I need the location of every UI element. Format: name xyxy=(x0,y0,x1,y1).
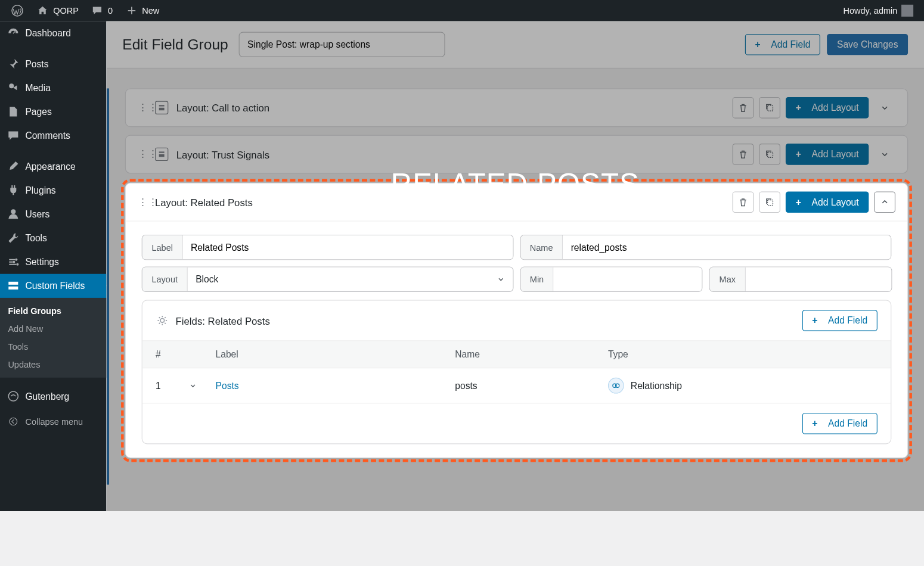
add-field-button[interactable]: + Add Field xyxy=(802,310,878,331)
dashboard-icon xyxy=(7,27,20,40)
menu-comments[interactable]: Comments xyxy=(0,124,107,148)
svg-rect-6 xyxy=(8,282,18,285)
row-expand-icon[interactable] xyxy=(189,382,216,390)
add-field-button-bottom[interactable]: + Add Field xyxy=(802,413,878,434)
min-input[interactable] xyxy=(554,268,702,291)
fields-icon xyxy=(7,279,20,293)
collapse-menu[interactable]: Collapse menu xyxy=(0,408,107,435)
svg-point-5 xyxy=(16,263,18,266)
layout-select[interactable]: Block xyxy=(188,268,513,291)
add-layout-button[interactable]: + Add Layout xyxy=(786,144,869,165)
drag-handle-icon[interactable]: ⋮⋮ xyxy=(138,148,147,160)
col-type: Type xyxy=(608,349,878,360)
expand-toggle[interactable] xyxy=(874,97,895,119)
svg-point-3 xyxy=(15,259,17,261)
layout-card-cta: ⋮⋮ Layout: Call to action + Add Layout xyxy=(125,88,908,127)
add-field-button[interactable]: + Add Field xyxy=(745,34,820,55)
delete-button[interactable] xyxy=(733,191,754,213)
collapse-icon xyxy=(7,415,20,428)
label-label: Label xyxy=(142,235,183,259)
expand-toggle[interactable] xyxy=(874,144,895,165)
menu-dashboard[interactable]: Dashboard xyxy=(0,21,107,45)
layout-card-related: ⋮⋮ Layout: Related Posts + Add Layout xyxy=(125,183,908,458)
fields-table-head: # Label Name Type xyxy=(142,340,891,368)
add-layout-button[interactable]: + Add Layout xyxy=(786,191,869,213)
svg-rect-7 xyxy=(8,287,18,290)
comment-icon xyxy=(91,4,104,17)
row-label-link[interactable]: Posts xyxy=(216,380,239,391)
menu-media[interactable]: Media xyxy=(0,76,107,99)
menu-appearance[interactable]: Appearance xyxy=(0,154,107,178)
layout-field: Layout Block xyxy=(142,266,513,291)
delete-button[interactable] xyxy=(733,97,754,119)
menu-posts[interactable]: Posts xyxy=(0,52,107,76)
comment-count: 0 xyxy=(108,5,113,15)
save-changes-button[interactable]: Save Changes xyxy=(827,34,908,55)
duplicate-button[interactable] xyxy=(759,191,780,213)
page-header: Edit Field Group + Add Field Save Change… xyxy=(107,21,924,69)
svg-point-1 xyxy=(9,83,14,88)
row-name: posts xyxy=(455,380,608,391)
layout-card-trust: ⋮⋮ Layout: Trust Signals + Add Layout xyxy=(125,135,908,174)
collapse-toggle[interactable] xyxy=(874,191,895,213)
content-area: Edit Field Group + Add Field Save Change… xyxy=(107,21,924,511)
svg-point-4 xyxy=(13,261,15,263)
media-icon xyxy=(7,81,20,94)
duplicate-button[interactable] xyxy=(759,144,780,165)
howdy-link[interactable]: Howdy, admin xyxy=(838,0,919,21)
plus-icon xyxy=(125,4,138,17)
label-input[interactable] xyxy=(183,235,513,259)
delete-button[interactable] xyxy=(733,144,754,165)
col-name: Name xyxy=(455,349,608,360)
menu-users[interactable]: Users xyxy=(0,202,107,226)
settings-slider-icon xyxy=(7,256,20,269)
brush-icon xyxy=(7,160,20,173)
menu-custom-fields[interactable]: Custom Fields xyxy=(0,274,107,298)
submenu-updates[interactable]: Updates xyxy=(0,356,107,374)
layout-title: Layout: Related Posts xyxy=(155,197,253,208)
new-link[interactable]: New xyxy=(119,0,165,21)
drag-handle-icon[interactable]: ⋮⋮ xyxy=(138,102,147,114)
svg-rect-16 xyxy=(768,200,773,206)
chevron-down-icon xyxy=(497,275,504,283)
name-input[interactable] xyxy=(563,235,891,259)
wrench-icon xyxy=(7,231,20,244)
site-link[interactable]: QORP xyxy=(30,0,84,21)
menu-pages[interactable]: Pages xyxy=(0,99,107,123)
menu-gutenberg[interactable]: Gutenberg xyxy=(0,384,107,408)
user-icon xyxy=(7,207,20,220)
submenu-tools[interactable]: Tools xyxy=(0,338,107,356)
fields-table-row[interactable]: 1 Posts posts Relationship xyxy=(142,368,891,403)
menu-settings[interactable]: Settings xyxy=(0,250,107,274)
submenu-add-new[interactable]: Add New xyxy=(0,320,107,338)
comments-link[interactable]: 0 xyxy=(85,0,118,21)
relationship-icon xyxy=(608,378,624,394)
add-layout-button[interactable]: + Add Layout xyxy=(786,97,869,119)
pin-icon xyxy=(7,57,20,70)
svg-rect-14 xyxy=(159,154,165,157)
drag-handle-icon[interactable]: ⋮⋮ xyxy=(138,196,147,208)
svg-point-9 xyxy=(10,418,17,425)
svg-point-19 xyxy=(616,384,619,387)
wp-logo[interactable] xyxy=(5,0,29,21)
layout-title: Layout: Trust Signals xyxy=(176,148,269,160)
menu-tools[interactable]: Tools xyxy=(0,226,107,250)
menu-plugins[interactable]: Plugins xyxy=(0,178,107,202)
group-title-input[interactable] xyxy=(239,32,445,57)
admin-sidebar: Dashboard Posts Media Pages Comments App… xyxy=(0,21,107,511)
comment-icon xyxy=(7,129,20,142)
submenu-field-groups[interactable]: Field Groups xyxy=(0,302,107,320)
home-icon xyxy=(36,4,49,17)
max-input[interactable] xyxy=(746,268,892,291)
gutenberg-icon xyxy=(7,390,20,403)
label-field: Label xyxy=(142,235,513,260)
min-label: Min xyxy=(520,268,554,291)
duplicate-button[interactable] xyxy=(759,97,780,119)
max-field: Max xyxy=(709,266,892,291)
fields-gear-icon xyxy=(156,314,169,327)
avatar xyxy=(901,5,913,17)
layout-block-icon xyxy=(155,148,168,161)
row-type: Relationship xyxy=(631,380,682,391)
howdy-text: Howdy, admin xyxy=(844,5,898,15)
submenu-custom-fields: Field Groups Add New Tools Updates xyxy=(0,298,107,378)
